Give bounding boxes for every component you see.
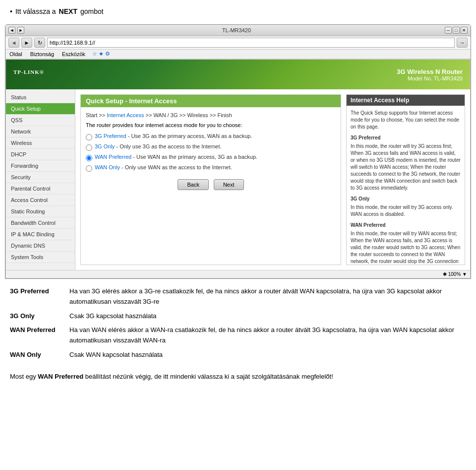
- win-controls: ─ □ ✕: [445, 27, 468, 34]
- breadcrumb: Start >> Internet Access >> WAN / 3G >> …: [86, 112, 336, 118]
- sidebar-item-wireless[interactable]: Wireless: [6, 137, 75, 149]
- term-row-3g-preferred: 3G Preferred Ha van 3G elérés akkor a 3G…: [10, 286, 466, 307]
- radio-wan-only[interactable]: [86, 165, 92, 172]
- radio-wan-preferred[interactable]: [86, 155, 92, 161]
- content-area: Quick Setup - Internet Access Start >> I…: [80, 94, 465, 265]
- doc-content: 3G Preferred Ha van 3G elérés akkor a 3G…: [0, 279, 476, 372]
- term-label-3g-only: 3G Only: [10, 311, 64, 322]
- help-section-wan-preferred-text: In this mode, the router will try WAN ac…: [351, 230, 461, 265]
- nav-refresh-btn[interactable]: ↻: [34, 38, 45, 48]
- radio-label-wan-preferred[interactable]: WAN Preferred - Use WAN as the primary a…: [95, 154, 257, 160]
- bullet-text-bold: NEXT: [59, 7, 77, 15]
- term-desc-wan-only: Csak WAN kapcsolat használata: [69, 350, 466, 360]
- sidebar-item-access[interactable]: Access Control: [6, 195, 75, 206]
- sidebar-item-system[interactable]: System Tools: [6, 252, 75, 263]
- bullet-item-1: • Itt válassza a NEXT gombot: [10, 7, 466, 15]
- doc-footer: Most egy WAN Preferred beállítást nézünk…: [0, 372, 476, 390]
- nav-back-btn[interactable]: ◄: [8, 38, 19, 48]
- bullet-symbol: •: [10, 7, 12, 15]
- browser-menubar: Oldal Biztonság Eszközök ☆ ★ ⚙: [5, 50, 471, 59]
- breadcrumb-link-internet[interactable]: Internet Access: [107, 112, 144, 118]
- footer-text: Most egy WAN Preferred beállítást nézünk…: [10, 372, 466, 382]
- footer-bold-wan: WAN Preferred: [38, 373, 83, 380]
- win-max-btn[interactable]: □: [453, 27, 460, 34]
- help-section-3g-preferred-text: In this mode, the router will try 3G acc…: [351, 143, 461, 192]
- sidebar-item-ip-mac[interactable]: IP & MAC Binding: [6, 229, 75, 240]
- model-number: Model No. TL-MR3420: [397, 75, 463, 81]
- router-model-info: 3G Wireless N Router Model No. TL-MR3420: [397, 68, 463, 81]
- zoom-percent: 100%: [448, 271, 461, 277]
- win-back-btn[interactable]: ◄: [8, 27, 15, 34]
- sidebar-item-forwarding[interactable]: Forwarding: [6, 160, 75, 172]
- radio-label-3g-only[interactable]: 3G Only - Only use 3G as the access to t…: [95, 143, 222, 149]
- radio-option-wan-only: WAN Only - Only use WAN as the access to…: [86, 164, 336, 172]
- nav-fwd-btn[interactable]: ►: [21, 38, 32, 48]
- sidebar: Status Quick Setup QSS Network Wireless …: [6, 89, 75, 270]
- help-section-3g-only-text: In this mode, the router will try 3G acc…: [351, 204, 461, 218]
- term-label-3g-preferred: 3G Preferred: [10, 286, 64, 307]
- address-bar[interactable]: [47, 38, 455, 48]
- form-panel: Quick Setup - Internet Access Start >> I…: [80, 94, 341, 265]
- sidebar-item-quicksetup[interactable]: Quick Setup: [6, 103, 75, 115]
- browser-titlebar: ◄ ► TL-MR3420 ─ □ ✕: [5, 25, 471, 36]
- model-title: 3G Wireless N Router: [397, 68, 463, 75]
- back-button[interactable]: Back: [178, 179, 208, 190]
- titlebar-left: ◄ ►: [8, 27, 24, 34]
- term-row-3g-only: 3G Only Csak 3G kapcsolat használata: [10, 311, 466, 322]
- term-label-wan-only: WAN Only: [10, 350, 64, 360]
- zoom-level: ✱: [443, 271, 448, 277]
- term-row-wan-preferred: WAN Preferred Ha van WAN elérés akkor a …: [10, 325, 466, 346]
- zoom-bar: ✱ 100% ▼: [6, 270, 470, 278]
- next-button[interactable]: Next: [214, 179, 244, 190]
- main-content: Quick Setup - Internet Access Start >> I…: [75, 89, 470, 270]
- win-fwd-btn[interactable]: ►: [17, 27, 24, 34]
- bullet-text-suffix: gombot: [80, 7, 104, 15]
- sidebar-item-status[interactable]: Status: [6, 92, 75, 103]
- radio-3g-preferred[interactable]: [86, 134, 92, 140]
- sidebar-item-ddns[interactable]: Dynamic DNS: [6, 240, 75, 252]
- menu-item-security[interactable]: Biztonság: [29, 51, 55, 58]
- win-close-btn[interactable]: ✕: [461, 27, 468, 34]
- nav-go-btn[interactable]: →: [457, 38, 468, 48]
- help-title: Internet Access Help: [347, 95, 465, 106]
- menu-item-tools[interactable]: Eszközök: [61, 51, 86, 58]
- router-header: TP-LINK® 3G Wireless N Router Model No. …: [6, 60, 470, 89]
- menu-item-page[interactable]: Oldal: [8, 51, 23, 58]
- sidebar-item-bandwidth[interactable]: Bandwidth Control: [6, 217, 75, 229]
- sidebar-item-network[interactable]: Network: [6, 126, 75, 137]
- radio-option-3g-only: 3G Only - Only use 3G as the access to t…: [86, 143, 336, 151]
- form-body: Start >> Internet Access >> WAN / 3G >> …: [81, 107, 341, 195]
- button-row: Back Next: [86, 179, 336, 190]
- sidebar-item-qss[interactable]: QSS: [6, 115, 75, 126]
- browser-toolbar: ◄ ► ↻ →: [5, 36, 471, 50]
- radio-option-3g-preferred: 3G Preferred - Use 3G as the primary acc…: [86, 133, 336, 140]
- zoom-icon[interactable]: ▼: [462, 271, 467, 277]
- sidebar-item-dhcp[interactable]: DHCP: [6, 149, 75, 160]
- help-intro: The Quick Setup supports four Internet a…: [351, 110, 461, 131]
- sidebar-item-security[interactable]: Security: [6, 172, 75, 183]
- router-body: Status Quick Setup QSS Network Wireless …: [6, 89, 470, 270]
- term-label-wan-preferred: WAN Preferred: [10, 325, 64, 346]
- radio-option-wan-preferred: WAN Preferred - Use WAN as the primary a…: [86, 154, 336, 161]
- help-body: The Quick Setup supports four Internet a…: [347, 106, 465, 265]
- logo-tm: ®: [40, 69, 44, 75]
- sidebar-item-static-routing[interactable]: Static Routing: [6, 206, 75, 217]
- browser-window: ◄ ► TL-MR3420 ─ □ ✕ ◄ ► ↻ → Oldal Bizton…: [5, 24, 471, 279]
- help-section-3g-only-title: 3G Only: [351, 196, 461, 202]
- win-min-btn[interactable]: ─: [445, 27, 452, 34]
- radio-label-wan-only[interactable]: WAN Only - Only use WAN as the access to…: [95, 164, 232, 170]
- help-section-wan-preferred-title: WAN Preferred: [351, 222, 461, 229]
- router-ui: TP-LINK® 3G Wireless N Router Model No. …: [5, 59, 471, 278]
- term-desc-3g-only: Csak 3G kapcsolat használata: [69, 311, 466, 322]
- radio-3g-only[interactable]: [86, 144, 92, 151]
- tplink-logo: TP-LINK®: [13, 68, 44, 81]
- form-title: Quick Setup - Internet Access: [81, 95, 341, 107]
- form-description: The router provides four internet access…: [86, 122, 336, 128]
- help-panel: Internet Access Help The Quick Setup sup…: [346, 94, 465, 265]
- doc-header: • Itt válassza a NEXT gombot: [0, 0, 476, 24]
- radio-label-3g-preferred[interactable]: 3G Preferred - Use 3G as the primary acc…: [95, 133, 252, 139]
- sidebar-item-parental[interactable]: Parental Control: [6, 183, 75, 195]
- bullet-text-prefix: Itt válassza a: [15, 7, 56, 15]
- term-desc-wan-preferred: Ha van WAN elérés akkor a WAN-ra csatlak…: [69, 325, 466, 346]
- menu-item-extra[interactable]: ☆ ★ ⚙: [92, 51, 110, 58]
